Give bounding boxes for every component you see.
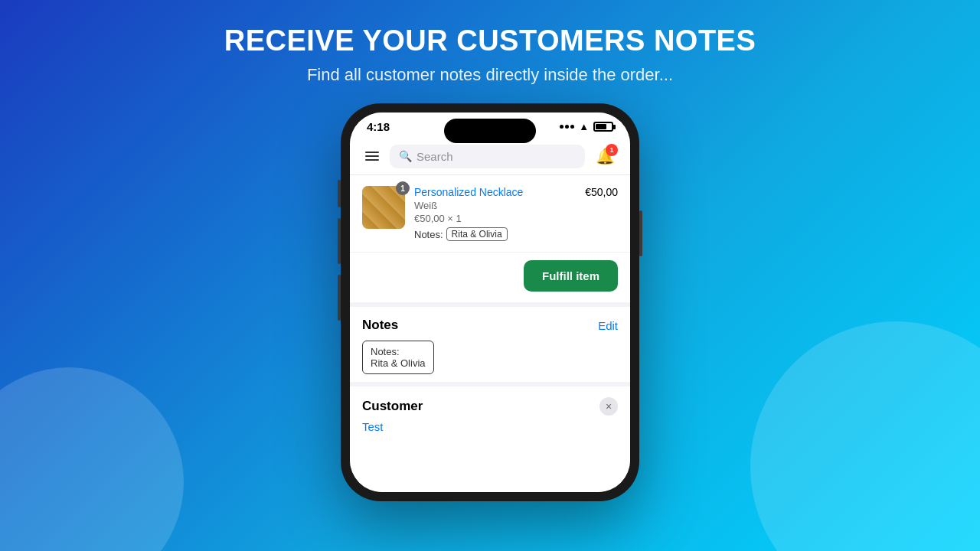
- side-button-vol-up: [338, 218, 341, 264]
- item-count-badge: 1: [396, 181, 410, 195]
- customer-close-button[interactable]: ×: [599, 397, 618, 416]
- status-time: 4:18: [367, 120, 390, 133]
- main-title: RECEIVE YOUR CUSTOMERS NOTES: [224, 24, 756, 57]
- notes-section-header: Notes Edit: [362, 318, 618, 333]
- side-button-power: [639, 210, 642, 256]
- header-section: RECEIVE YOUR CUSTOMERS NOTES Find all cu…: [224, 0, 756, 85]
- search-placeholder: Search: [416, 150, 453, 163]
- item-total-price: €50,00: [585, 186, 618, 198]
- signal-dot-3: [570, 125, 574, 129]
- status-icons: ▲: [560, 121, 613, 132]
- notes-section: Notes Edit Notes: Rita & Olivia: [350, 307, 630, 382]
- fulfill-item-button[interactable]: Fulfill item: [524, 260, 618, 292]
- dynamic-island: [444, 119, 536, 143]
- notes-box-label: Notes:: [371, 346, 426, 357]
- notes-box: Notes: Rita & Olivia: [362, 341, 434, 374]
- item-notes-value: Rita & Olivia: [446, 227, 508, 241]
- customer-section: Customer × Test: [350, 382, 630, 441]
- order-item: 1 Personalized Necklace Weiß €50,00 × 1 …: [350, 175, 630, 253]
- item-price-qty: €50,00 × 1: [414, 213, 618, 224]
- item-notes-row: Notes: Rita & Olivia: [414, 227, 618, 241]
- fulfill-row: Fulfill item: [350, 253, 630, 307]
- notes-edit-link[interactable]: Edit: [598, 319, 618, 332]
- content-area: 1 Personalized Necklace Weiß €50,00 × 1 …: [350, 175, 630, 492]
- phone-screen: 4:18 ▲: [350, 112, 630, 492]
- customer-name-link[interactable]: Test: [362, 420, 618, 433]
- wifi-icon: ▲: [579, 121, 589, 132]
- signal-dot-2: [565, 125, 569, 129]
- notes-box-value: Rita & Olivia: [371, 357, 426, 369]
- status-bar: 4:18 ▲: [350, 112, 630, 138]
- hamburger-line-3: [365, 159, 379, 161]
- nav-bar: 🔍 Search 🔔 1: [350, 138, 630, 175]
- hamburger-line-1: [365, 152, 379, 153]
- bg-circle-right: [750, 321, 980, 551]
- battery-fill: [596, 124, 606, 129]
- sub-title: Find all customer notes directly inside …: [224, 65, 756, 85]
- bell-container[interactable]: 🔔 1: [593, 144, 618, 168]
- item-notes-label: Notes:: [414, 229, 443, 240]
- side-button-vol-down: [338, 275, 341, 321]
- search-box[interactable]: 🔍 Search: [390, 145, 585, 168]
- battery-icon: [593, 122, 613, 132]
- notes-section-title: Notes: [362, 318, 398, 333]
- item-image-wrapper: 1: [362, 186, 405, 241]
- phone-side-buttons-left: [338, 180, 341, 321]
- item-variant: Weiß: [414, 200, 618, 211]
- search-icon: 🔍: [399, 150, 412, 162]
- phone-wrapper: 4:18 ▲: [341, 103, 639, 501]
- hamburger-menu-button[interactable]: [362, 148, 382, 164]
- signal-dot-1: [560, 125, 564, 129]
- bell-badge: 1: [606, 144, 618, 156]
- side-button-mute: [338, 180, 341, 207]
- hamburger-line-2: [365, 155, 379, 157]
- bg-circle-left: [0, 367, 184, 551]
- customer-section-title: Customer: [362, 399, 423, 414]
- phone-side-button-right: [639, 210, 642, 256]
- phone-frame: 4:18 ▲: [341, 103, 639, 501]
- customer-section-header: Customer ×: [362, 397, 618, 416]
- signal-dots: [560, 125, 574, 129]
